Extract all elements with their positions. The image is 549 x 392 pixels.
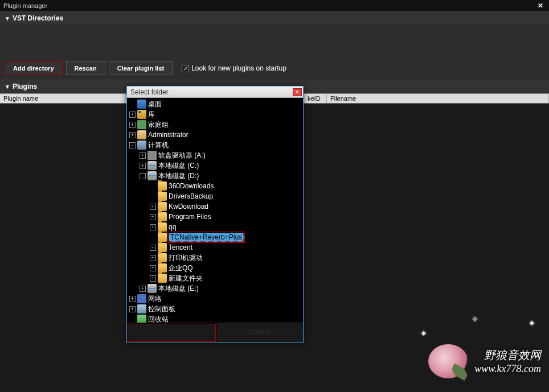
- tree-node[interactable]: -计算机: [127, 140, 303, 150]
- add-directory-button[interactable]: Add directory: [5, 61, 63, 75]
- tree-node[interactable]: +控制面板: [127, 304, 303, 314]
- tree-node[interactable]: +KwDownload: [127, 201, 303, 212]
- tree-node[interactable]: 回收站: [127, 314, 303, 323]
- vst-directories-panel: [0, 25, 549, 59]
- tree-expander-icon[interactable]: +: [150, 275, 156, 282]
- tree-expander-icon[interactable]: +: [129, 296, 136, 302]
- drive-icon: [148, 171, 157, 180]
- tree-node[interactable]: +打印机驱动: [127, 253, 303, 263]
- window-title: Plugin manager: [3, 2, 47, 9]
- network-icon: [137, 294, 146, 303]
- folder-icon: [158, 274, 167, 283]
- checkbox-icon: ✓: [182, 65, 189, 72]
- folder-icon: [158, 222, 167, 232]
- tree-expander-icon[interactable]: +: [150, 245, 156, 251]
- tree-node-label: 打印机驱动: [169, 253, 203, 263]
- folder-tree[interactable]: 桌面+库+家庭组+Administrator-计算机+软盘驱动器 (A:)+本地…: [127, 98, 303, 323]
- tree-node[interactable]: +网络: [127, 294, 303, 304]
- tree-node-label: 企业QQ: [169, 263, 193, 273]
- group-icon: [137, 120, 146, 129]
- tree-node-label: 回收站: [148, 315, 169, 323]
- tree-expander-icon[interactable]: +: [129, 112, 136, 118]
- tree-node[interactable]: +企业QQ: [127, 263, 303, 273]
- select-folder-dialog: Select folder ✕ 桌面+库+家庭组+Administrator-计…: [126, 86, 304, 343]
- folder-icon: [158, 181, 167, 191]
- tree-expander-icon[interactable]: +: [150, 204, 156, 210]
- tree-node-label: 新建文件夹: [169, 274, 203, 283]
- tree-node-label: 网络: [148, 294, 162, 304]
- tree-node-label: 控制面板: [148, 304, 175, 314]
- tree-node-label: Tencent: [169, 244, 192, 251]
- tree-node-label: 软盘驱动器 (A:): [158, 151, 206, 160]
- tree-node-label: DriversBackup: [169, 192, 213, 200]
- tree-expander-icon[interactable]: -: [140, 173, 146, 179]
- tree-node[interactable]: +Administrator: [127, 130, 303, 140]
- tree-expander-icon[interactable]: +: [129, 306, 136, 312]
- dialog-title: Select folder: [130, 88, 169, 96]
- dialog-buttons: Select Cancel: [127, 323, 303, 343]
- column-filename[interactable]: Filename: [327, 94, 549, 103]
- tree-node[interactable]: -本地磁盘 (D:): [127, 171, 303, 181]
- user-icon: [137, 130, 146, 139]
- tree-node[interactable]: +库: [127, 109, 303, 119]
- tree-node-label: Program Files: [169, 213, 211, 221]
- tree-node[interactable]: 360Downloads: [127, 181, 303, 191]
- folder-icon: [158, 212, 167, 221]
- clear-plugin-list-button[interactable]: Clear plugin list: [109, 61, 173, 75]
- dialog-titlebar[interactable]: Select folder ✕: [127, 86, 303, 98]
- titlebar: Plugin manager ✕: [0, 0, 549, 11]
- column-keid[interactable]: keID: [304, 94, 327, 103]
- tree-expander-icon[interactable]: +: [150, 265, 156, 271]
- tree-node[interactable]: +qq: [127, 222, 303, 232]
- tree-expander-icon[interactable]: -: [129, 142, 136, 148]
- tree-node-label: 360Downloads: [169, 182, 214, 190]
- close-icon[interactable]: ✕: [535, 2, 546, 10]
- tree-node[interactable]: +Program Files: [127, 212, 303, 222]
- tree-node[interactable]: +本地磁盘 (C:): [127, 160, 303, 171]
- tree-node[interactable]: +软盘驱动器 (A:): [127, 150, 303, 160]
- tree-expander-icon[interactable]: +: [129, 122, 136, 128]
- tree-expander-icon[interactable]: +: [140, 152, 146, 159]
- tree-expander-icon[interactable]: +: [129, 132, 136, 138]
- tree-node-label: qq: [169, 223, 176, 231]
- tree-node-label: KwDownload: [169, 203, 208, 211]
- folder-icon: [158, 233, 167, 242]
- tree-node[interactable]: DriversBackup: [127, 191, 303, 201]
- tree-node-label: 桌面: [148, 100, 162, 109]
- tree-node-label: 本地磁盘 (E:): [158, 284, 199, 294]
- folder-icon: [158, 243, 167, 252]
- tree-node-label: TCNative+Reverb+Plus: [169, 233, 244, 242]
- tree-node[interactable]: +本地磁盘 (E:): [127, 283, 303, 294]
- tree-expander-icon[interactable]: +: [140, 286, 146, 292]
- tree-node-label: 家庭组: [148, 120, 169, 130]
- folder-icon: [158, 253, 167, 262]
- folder-icon: [158, 192, 167, 201]
- tree-node[interactable]: +新建文件夹: [127, 273, 303, 283]
- startup-scan-label: Look for new plugins on startup: [191, 64, 286, 72]
- lib-icon: [137, 110, 146, 119]
- tree-expander-icon[interactable]: +: [150, 224, 156, 230]
- vst-directories-header[interactable]: ▼ VST Directories: [0, 11, 549, 25]
- recycle-icon: [137, 315, 146, 323]
- tree-node[interactable]: TCNative+Reverb+Plus: [127, 232, 303, 242]
- disclosure-icon: ▼: [5, 84, 10, 90]
- tree-node-label: 库: [148, 110, 155, 119]
- tree-node[interactable]: +家庭组: [127, 119, 303, 130]
- rescan-button[interactable]: Rescan: [66, 61, 105, 75]
- plugins-label: Plugins: [13, 82, 37, 90]
- tree-node[interactable]: +Tencent: [127, 242, 303, 253]
- toolbar: Add directory Rescan Clear plugin list ✓…: [0, 59, 549, 80]
- folder-icon: [158, 202, 167, 211]
- tree-expander-icon[interactable]: +: [140, 163, 146, 169]
- tree-expander-icon[interactable]: +: [150, 214, 156, 220]
- tree-node[interactable]: 桌面: [127, 99, 303, 109]
- dialog-close-icon[interactable]: ✕: [293, 88, 302, 96]
- disclosure-icon: ▼: [5, 15, 10, 22]
- startup-scan-checkbox[interactable]: ✓ Look for new plugins on startup: [182, 64, 286, 72]
- tree-node-label: Administrator: [148, 131, 189, 139]
- select-button[interactable]: Select: [128, 324, 216, 342]
- cp-icon: [137, 304, 146, 313]
- drive-icon: [148, 284, 157, 293]
- cancel-button[interactable]: Cancel: [216, 323, 304, 343]
- tree-expander-icon[interactable]: +: [150, 255, 156, 261]
